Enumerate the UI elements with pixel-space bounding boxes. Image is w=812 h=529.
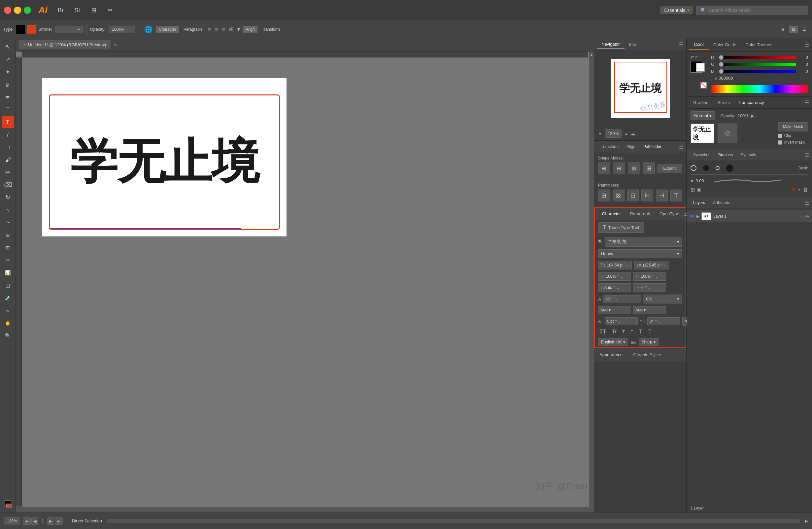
canvas-tab[interactable]: ✕ Untitled-1* @ 120% (RGB/GPU Preview)	[18, 40, 111, 49]
align-btn[interactable]: Align	[243, 26, 258, 33]
brush-options-icon[interactable]: ◉	[697, 187, 701, 193]
no-fill[interactable]	[700, 82, 707, 88]
align-left-icon[interactable]: ≡	[207, 26, 212, 32]
appearance-tab[interactable]: Appearance	[594, 352, 628, 357]
base-arrows[interactable]: ⌃⌄	[612, 297, 619, 301]
direct-selection-tool[interactable]: ↗	[2, 54, 14, 66]
next-page-btn[interactable]: ▶	[47, 517, 54, 525]
leading-field[interactable]: ↕A (125.45 p ⌃⌄	[634, 261, 669, 270]
size-arrows[interactable]: ⌃⌄	[623, 263, 629, 268]
eyedropper-tool[interactable]: 💉	[2, 292, 14, 304]
track-arrows[interactable]: ⌃⌄	[617, 274, 623, 279]
artboard-tool[interactable]: ⊞	[2, 242, 14, 254]
layer-lock-icon[interactable]: ○	[801, 214, 803, 219]
tab-brushes[interactable]: Brushes	[714, 151, 737, 159]
sharp-dropdown[interactable]: Sharp ▾	[639, 338, 658, 346]
fill-color[interactable]	[16, 25, 25, 34]
prev-page-btn[interactable]: ◀	[31, 517, 38, 525]
intersect-btn[interactable]: ⊗	[628, 162, 640, 174]
zoom-up-icon[interactable]: ▲	[624, 131, 628, 136]
font-size-field[interactable]: T↕ 104.54 p ⌃⌄	[598, 261, 632, 270]
opacity-arrow[interactable]: ▶	[751, 114, 754, 118]
eraser-tool[interactable]: ⌫	[2, 179, 14, 191]
crop-btn[interactable]: ⊢	[641, 189, 653, 201]
tab-opentype[interactable]: OpenType	[655, 209, 684, 218]
transform-btn[interactable]: Transform	[259, 26, 282, 33]
search-stock[interactable]: 🔍 Search Adobe Stock	[696, 5, 808, 15]
scroll-bottom[interactable]	[16, 507, 594, 513]
zoom-value-dropdown[interactable]: 120%	[4, 517, 20, 525]
baseline-dropdown[interactable]: 0% ▾	[643, 295, 682, 303]
baseline-field[interactable]: 0% ⌃⌄	[603, 295, 641, 303]
strike-btn[interactable]: T	[647, 328, 653, 335]
opacity-dropdown[interactable]: 100% ▾	[109, 26, 135, 33]
sub-btn[interactable]: T	[629, 329, 634, 335]
layer-expand-icon[interactable]: ▶	[696, 214, 699, 219]
scroll-up-arrow[interactable]: ▲	[590, 53, 593, 56]
leading-arrows[interactable]: ⌃⌄	[660, 263, 667, 268]
scroll-right[interactable]: ▲ ▼	[589, 52, 594, 513]
tab-chevron[interactable]: »	[111, 41, 119, 48]
trim-btn[interactable]: ⊠	[613, 189, 624, 201]
hex-value[interactable]: 000000	[719, 76, 733, 81]
brush-delete-icon[interactable]: ✕	[792, 187, 796, 193]
bs2-arrows[interactable]: ⌃⌄	[614, 319, 621, 324]
text-more-icon[interactable]: ▾	[236, 26, 241, 32]
layer-visibility-icon[interactable]: 👁	[690, 214, 695, 219]
tab-character[interactable]: Character	[597, 209, 625, 218]
vertical-scale-field[interactable]: ↕ Auto ⌃⌄	[598, 283, 631, 292]
rotation-field[interactable]: 0° ⌃⌄	[647, 317, 680, 325]
rectangle-tool[interactable]: □	[2, 141, 14, 153]
b-slider[interactable]	[719, 70, 796, 73]
invert-checkbox[interactable]	[778, 140, 782, 145]
text-options-icon[interactable]: ⊞	[228, 26, 235, 32]
workspace-selector[interactable]: Essentials ▾	[660, 6, 693, 14]
g-slider[interactable]	[719, 63, 796, 66]
last-page-btn[interactable]: ⏭	[55, 517, 63, 525]
minus-back-btn[interactable]: ⊤	[670, 189, 682, 201]
tab-color-guide[interactable]: Color Guide	[709, 40, 741, 49]
tab-gradient[interactable]: Gradient	[689, 99, 714, 106]
lasso-tool[interactable]: ⌀	[2, 78, 14, 90]
graph-tool[interactable]: 📊	[2, 267, 14, 279]
tab-swatches[interactable]: Swatches	[689, 151, 714, 159]
tab-color[interactable]: Color	[689, 40, 709, 49]
gradient-tool[interactable]: ◫	[2, 280, 14, 291]
globe-icon[interactable]: 🌐	[142, 24, 154, 35]
vert-arrows[interactable]: ⌃⌄	[613, 285, 620, 290]
paintbrush-tool[interactable]: 🖌	[2, 154, 14, 166]
layer-name[interactable]: Layer 1	[713, 214, 799, 219]
selection-tool[interactable]: ↖	[2, 41, 14, 53]
brush-library-icon[interactable]: ⊞	[691, 187, 695, 193]
baseline-shift2-field[interactable]: 0 pt ⌃⌄	[605, 317, 638, 325]
shape-builder[interactable]: ⊕	[2, 229, 14, 241]
character-btn[interactable]: Character	[156, 26, 179, 33]
horizontal-scale-field[interactable]: ↔ 0 ⌃⌄	[633, 283, 666, 292]
warp-tool[interactable]: 〜	[2, 217, 14, 229]
stock-icon[interactable]: St	[71, 4, 83, 16]
paragraph-btn[interactable]: Paragraph	[181, 26, 205, 33]
hand-tool[interactable]: ✋	[2, 317, 14, 329]
tracking-field[interactable]: IT 100% ⌃⌄	[598, 272, 631, 281]
zoom-icon[interactable]: ⛰	[631, 131, 635, 137]
tt-btn[interactable]: TT	[598, 328, 607, 335]
tab-pathfinder[interactable]: Pathfinder	[639, 142, 665, 151]
kern-arrows[interactable]: ⌃⌄	[652, 274, 658, 279]
nav-menu-icon[interactable]: ☰	[679, 41, 684, 47]
layers-menu-icon[interactable]: ☰	[805, 200, 809, 206]
blend-tool[interactable]: ∞	[2, 304, 14, 316]
pen-icon[interactable]: ✏	[104, 4, 116, 16]
canvas-content[interactable]: 学无止境 知乎 @Erain ▲ ▼	[16, 52, 594, 513]
color-menu-icon[interactable]: ☰	[805, 42, 809, 48]
tab-close[interactable]: ✕	[23, 43, 26, 47]
minus-front-btn[interactable]: ⊖	[613, 162, 625, 174]
zoom-down-icon[interactable]: ▼	[598, 131, 602, 136]
fill-stroke-indicator[interactable]	[2, 498, 14, 510]
tab-stroke[interactable]: Stroke	[714, 99, 734, 106]
touch-type-btn[interactable]: T Touch Type Tool	[598, 222, 644, 233]
type-tool active[interactable]: T	[2, 116, 14, 128]
align-center-icon[interactable]: ≡	[214, 26, 219, 32]
line-tool[interactable]: /	[2, 129, 14, 141]
exclude-btn[interactable]: ⊞	[643, 162, 655, 174]
slice-tool[interactable]: ✂	[2, 254, 14, 266]
